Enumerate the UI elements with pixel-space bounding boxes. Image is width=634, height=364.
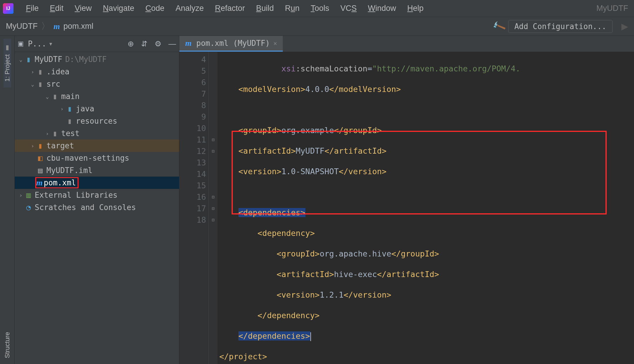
menu-navigate[interactable]: Navigate — [98, 2, 139, 15]
fold-end-icon[interactable]: ⊟ — [209, 214, 218, 226]
tree-main[interactable]: ⌄▮main — [15, 90, 179, 103]
tree-target[interactable]: ›▮target — [15, 140, 179, 152]
breadcrumb-file[interactable]: m pom.xml — [53, 22, 93, 31]
folder-icon: ▮ — [51, 129, 59, 138]
navigation-bar: MyUDTF 〉 m pom.xml 🔨 Add Configuration..… — [0, 17, 634, 36]
fold-column[interactable]: ⊟ ⊟ ⊟ ⊟ ⊟ — [209, 52, 218, 364]
folder-icon: ▮ — [36, 67, 45, 76]
locate-icon[interactable]: ⊕ — [128, 39, 134, 48]
tree-pom[interactable]: m pom.xml — [15, 177, 179, 189]
menu-analyze[interactable]: Analyze — [171, 2, 208, 15]
menu-edit[interactable]: Edit — [45, 2, 68, 15]
menu-window[interactable]: Window — [363, 2, 401, 15]
breadcrumb-project[interactable]: MyUDTF — [6, 22, 38, 31]
chevron-right-icon: 〉 — [41, 20, 50, 32]
structure-tool-button[interactable]: Structure — [4, 326, 11, 364]
resources-folder-icon: ▮ — [65, 117, 74, 125]
tree-iml[interactable]: ▤MyUDTF.iml — [15, 164, 179, 177]
project-panel: ▣ P...▼ ⊕ ⇵ ⚙ — ⌄ ▮ MyUDTF D:\MyUDTF ›▮.… — [15, 36, 179, 364]
menu-run[interactable]: Run — [280, 2, 304, 15]
menu-code[interactable]: Code — [141, 2, 169, 15]
menu-view[interactable]: View — [70, 2, 96, 15]
code-editor[interactable]: 456 789 101112 131415 161718 ⊟ ⊟ ⊟ ⊟ ⊟ x… — [179, 52, 634, 364]
tree-root[interactable]: ⌄ ▮ MyUDTF D:\MyUDTF — [15, 53, 179, 66]
collapse-all-icon[interactable]: ⇵ — [141, 39, 148, 48]
project-tool-button[interactable]: 1: Project ▮ — [4, 39, 11, 88]
tree-scratches[interactable]: ◔Scratches and Consoles — [15, 201, 179, 214]
line-gutter: 456 789 101112 131415 161718 — [179, 52, 209, 364]
tree-test[interactable]: ›▮test — [15, 127, 179, 140]
fold-end-icon[interactable]: ⊟ — [209, 191, 218, 203]
tree-cbu[interactable]: ◧cbu-maven-settings — [15, 152, 179, 164]
menu-file[interactable]: File — [21, 2, 44, 15]
tree-external-libraries[interactable]: ›▥External Libraries — [15, 189, 179, 201]
fold-icon[interactable]: ⊟ — [209, 134, 218, 145]
folder-icon: ▮ — [36, 80, 45, 88]
source-folder-icon: ▮ — [65, 104, 74, 113]
excluded-folder-icon: ▮ — [36, 141, 45, 150]
menu-help[interactable]: Help — [403, 2, 429, 15]
project-view-selector[interactable]: P...▼ — [28, 39, 52, 48]
maven-icon: m — [53, 22, 60, 31]
gear-icon[interactable]: ⚙ — [155, 39, 161, 48]
menu-tools[interactable]: Tools — [306, 2, 334, 15]
file-icon: ▤ — [36, 166, 45, 175]
module-icon: ▮ — [24, 55, 33, 64]
folder-icon: ▮ — [4, 45, 11, 52]
left-tool-strip: 1: Project ▮ Structure — [0, 36, 15, 364]
editor-area: m pom.xml (MyUDTF) ✕ 456 789 101112 1314… — [179, 36, 634, 364]
text-caret — [310, 332, 311, 341]
code-content[interactable]: xsi:schemaLocation="http://maven.apache.… — [218, 52, 634, 364]
fold-icon[interactable]: ⊟ — [209, 145, 218, 157]
project-panel-header: ▣ P...▼ ⊕ ⇵ ⚙ — — [15, 36, 179, 52]
run-configuration-select[interactable]: Add Configuration... — [508, 20, 613, 33]
app-icon: IJ — [3, 3, 14, 14]
project-name-label: MyUDTF — [596, 4, 631, 13]
menu-build[interactable]: Build — [251, 2, 278, 15]
editor-tab-pom[interactable]: m pom.xml (MyUDTF) ✕ — [179, 36, 283, 52]
project-tree[interactable]: ⌄ ▮ MyUDTF D:\MyUDTF ›▮.idea ⌄▮src ⌄▮mai… — [15, 52, 179, 364]
tree-java[interactable]: ›▮java — [15, 103, 179, 115]
minimize-icon[interactable]: — — [168, 39, 176, 48]
maven-icon: m — [36, 178, 43, 187]
libraries-icon: ▥ — [24, 191, 33, 199]
window-icon: ▣ — [18, 40, 24, 48]
folder-icon: ▮ — [51, 92, 59, 101]
build-icon[interactable]: 🔨 — [491, 19, 506, 34]
main-menu-bar: IJ File Edit View Navigate Code Analyze … — [0, 0, 634, 17]
scratches-icon: ◔ — [24, 203, 33, 212]
run-icon[interactable]: ▶ — [621, 21, 628, 31]
tree-resources[interactable]: ▮resources — [15, 115, 179, 127]
menu-vcs[interactable]: VCS — [336, 2, 362, 15]
fold-end-icon[interactable]: ⊟ — [209, 203, 218, 214]
menu-refactor[interactable]: Refactor — [210, 2, 250, 15]
maven-icon: m — [185, 38, 192, 48]
tree-idea[interactable]: ›▮.idea — [15, 66, 179, 78]
tree-src[interactable]: ⌄▮src — [15, 78, 179, 90]
editor-tabs: m pom.xml (MyUDTF) ✕ — [179, 36, 634, 52]
close-tab-icon[interactable]: ✕ — [273, 40, 277, 47]
xml-file-icon: ◧ — [36, 154, 45, 162]
